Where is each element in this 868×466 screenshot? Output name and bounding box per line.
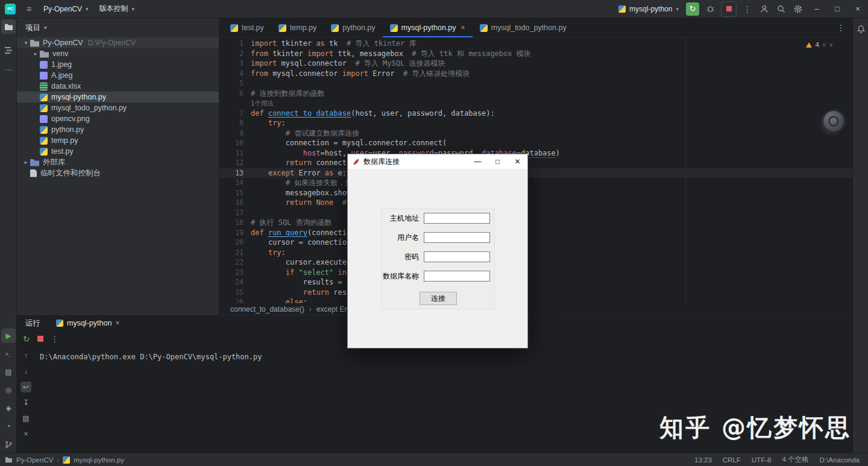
clear-console-icon[interactable]: × (20, 429, 31, 439)
run-config-selector[interactable]: mysql-python ▾ (614, 2, 684, 16)
status-file-name[interactable]: mysql-python.py (74, 456, 124, 464)
run-panel-title[interactable]: 运行 (25, 318, 40, 329)
minimize-button[interactable]: – (807, 0, 827, 18)
tree-item-opencv.png[interactable]: opencv.png (17, 113, 219, 124)
floating-assistant-button[interactable] (823, 111, 844, 131)
dialog-titlebar[interactable]: 数据库连接 — □ ✕ (348, 154, 527, 169)
status-item[interactable]: UTF-8 (752, 456, 772, 464)
close-button[interactable]: × (848, 0, 868, 18)
more-options-icon[interactable]: ⋮ (51, 334, 59, 344)
editor-tab-mysql-python.py[interactable]: mysql-python.py× (383, 18, 473, 37)
search-icon[interactable] (773, 1, 790, 17)
project-widget-label: Py-OpenCV (43, 5, 82, 13)
rerun-button[interactable]: ↻ (686, 2, 699, 16)
tree-item-test.py[interactable]: test.py (17, 146, 219, 157)
prev-problem-icon[interactable]: ∧ (822, 42, 826, 48)
tree-item-path: D:\Py-OpenCV (88, 39, 136, 47)
code-line-text: import tkinter as tk # 导入 tkinter 库 (251, 39, 416, 49)
git-branch-icon[interactable] (1, 437, 16, 452)
run-tab[interactable]: mysql-python × (56, 319, 120, 327)
services-icon[interactable]: ◈ (1, 401, 16, 415)
more-actions-icon[interactable]: ⋮ (739, 1, 756, 17)
close-tab-icon[interactable]: × (115, 319, 119, 327)
tabs-more-icon[interactable]: ⋮ (837, 23, 845, 33)
soft-wrap-icon[interactable]: ↩ (20, 382, 31, 392)
dialog-maximize-button[interactable]: □ (488, 154, 508, 169)
code-line-12: 12 return connection (219, 158, 852, 168)
database-connection-dialog[interactable]: 数据库连接 — □ ✕ 数据库名称密码用户名主机地址 连接 (347, 154, 528, 348)
dialog-input-3[interactable] (424, 271, 490, 282)
dialog-input-0[interactable] (424, 213, 490, 224)
scroll-to-end-icon[interactable]: ↧ (20, 397, 31, 408)
stop-button[interactable] (721, 1, 737, 17)
usages-inlay-hint[interactable]: 1个用法 (251, 99, 274, 107)
inspection-widget[interactable]: 4 ∧ ∨ (802, 40, 837, 49)
close-tab-icon[interactable]: × (461, 24, 465, 32)
stop-icon[interactable] (37, 336, 43, 342)
scroll-down-icon[interactable]: ↓ (20, 366, 31, 377)
structure-icon[interactable] (1, 43, 16, 57)
chevron-right-icon[interactable]: ▸ (22, 159, 30, 165)
tree-item-1.jpeg[interactable]: 1.jpeg (17, 59, 219, 70)
status-item[interactable]: D:\Anaconda (820, 456, 860, 464)
tree-item-外部库[interactable]: ▸外部库 (17, 157, 219, 168)
more-tool-windows-icon[interactable]: … (1, 61, 16, 75)
tree-item-temp.py[interactable]: temp.py (17, 135, 219, 146)
chevron-down-icon[interactable]: ▾ (22, 40, 30, 46)
tree-item-临时文件和控制台[interactable]: 临时文件和控制台 (17, 168, 219, 178)
project-widget-button[interactable]: Py-OpenCV ▾ (39, 2, 93, 16)
tree-item-venv[interactable]: ▸venv (17, 48, 219, 59)
dialog-close-button[interactable]: ✕ (508, 154, 527, 169)
history-icon[interactable]: ◔ (1, 419, 16, 433)
python-console-icon[interactable]: >_ (1, 347, 16, 361)
tree-item-label: 1.jpeg (51, 60, 72, 69)
python-file-icon (40, 126, 48, 134)
code-line-16: 16 return None # 连接失败时返回 None (219, 198, 852, 208)
connect-button[interactable]: 连接 (420, 292, 457, 305)
dialog-input-1[interactable] (424, 232, 490, 243)
debug-button[interactable] (702, 1, 719, 17)
next-problem-icon[interactable]: ∨ (829, 42, 833, 48)
status-item[interactable]: 4 个空格 (782, 455, 808, 464)
tree-item-python.py[interactable]: python.py (17, 124, 219, 135)
python-file-icon (40, 93, 48, 101)
tree-item-Py-OpenCV[interactable]: ▾Py-OpenCVD:\Py-OpenCV (17, 37, 219, 48)
inspection-count: 4 (815, 41, 819, 48)
status-item[interactable]: 13:23 (694, 456, 712, 464)
project-panel-header[interactable]: 项目 ▾ (17, 18, 219, 37)
tree-item-mysql_todo_python.py[interactable]: mysql_todo_python.py (17, 102, 219, 113)
notifications-bell-icon[interactable] (855, 23, 867, 35)
user-icon[interactable] (756, 1, 773, 17)
run-tool-window-icon[interactable]: ▶ (1, 329, 16, 343)
tree-item-A.jpeg[interactable]: A.jpeg (17, 70, 219, 81)
packages-icon[interactable]: ▤ (1, 365, 16, 379)
scroll-up-icon[interactable]: ↑ (20, 350, 31, 361)
maximize-button[interactable]: □ (827, 0, 848, 18)
vcs-widget-button[interactable]: 版本控制 ▾ (95, 1, 140, 16)
editor-tab-python.py[interactable]: python.py (324, 18, 382, 37)
code-line-20: 20 cursor = connection.cursor() (219, 238, 852, 248)
problems-icon[interactable]: ◎ (1, 383, 16, 397)
tree-item-mysql-python.py[interactable]: mysql-python.py (17, 92, 219, 102)
breadcrumb-item[interactable]: connect_to_database() (230, 305, 304, 313)
status-project-name[interactable]: Py-OpenCV (16, 456, 53, 464)
editor-tab-temp.py[interactable]: temp.py (271, 18, 324, 37)
project-tool-window-icon[interactable] (1, 19, 16, 34)
main-menu-icon[interactable]: ≡ (20, 1, 37, 17)
line-number: 25 (219, 288, 251, 298)
status-bar: Py-OpenCV › mysql-python.py 13:23CRLFUTF… (0, 453, 868, 466)
status-item[interactable]: CRLF (723, 456, 741, 464)
dialog-minimize-button[interactable]: — (468, 154, 488, 169)
tree-item-data.xlsx[interactable]: data.xlsx (17, 81, 219, 92)
code-line-25: 25 return results (219, 288, 852, 298)
editor-tab-test.py[interactable]: test.py (223, 18, 271, 37)
folder-file-icon (30, 39, 39, 47)
code-editor[interactable]: 1import tkinter as tk # 导入 tkinter 库2fro… (219, 37, 852, 303)
editor-tab-mysql_todo_python.py[interactable]: mysql_todo_python.py (473, 18, 574, 37)
print-icon[interactable]: ▤ (20, 413, 31, 424)
chevron-right-icon[interactable]: ▸ (31, 51, 40, 57)
rerun-icon[interactable]: ↻ (23, 334, 30, 344)
code-line-text: # 尝试建立数据库连接 (251, 128, 359, 139)
settings-icon[interactable] (790, 1, 807, 17)
dialog-input-2[interactable] (424, 251, 490, 262)
